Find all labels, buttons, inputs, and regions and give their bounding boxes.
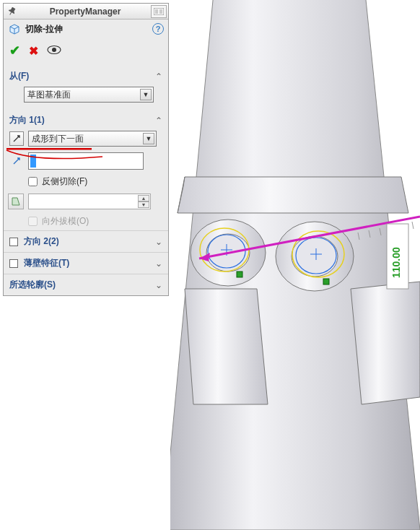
section-dir2-header[interactable]: 方向 2(2) ⌄ [4, 230, 168, 252]
flip-side-checkbox-row: 反侧切除(F) [4, 173, 168, 191]
dir1-vector-row [4, 149, 168, 173]
dir2-checkbox[interactable] [9, 238, 18, 246]
preview-toggle[interactable] [47, 45, 61, 57]
svg-point-4 [52, 48, 56, 52]
svg-rect-2 [159, 9, 162, 14]
svg-rect-22 [323, 279, 329, 284]
section-thin-label: 薄壁特征(T) [24, 257, 69, 269]
section-from-header[interactable]: 从(F) ⌃ [4, 66, 168, 84]
end-condition-value: 成形到下一面 [32, 133, 84, 145]
property-manager-panel: PropertyManager 切除-拉伸 ? ✔ ✖ 从(F) ⌃ 草图基准面… [3, 3, 169, 296]
model-preview: 110.00 [170, 0, 420, 530]
pm-header: PropertyManager [4, 4, 168, 19]
draft-outward-label: 向外拔模(O) [42, 215, 89, 227]
flip-side-checkbox[interactable] [28, 177, 38, 186]
section-contours-label: 所选轮廓(S) [9, 279, 56, 291]
chevron-down-icon: ⌄ [155, 280, 162, 290]
graphics-viewport[interactable]: 110.00 [170, 0, 420, 530]
text-caret [30, 155, 36, 168]
section-dir1-label: 方向 1(1) [9, 114, 45, 126]
direction-reference-input[interactable] [28, 152, 144, 170]
draft-outward-row: 向外拔模(O) [4, 212, 168, 230]
thin-checkbox[interactable] [9, 259, 18, 268]
action-row: ✔ ✖ [4, 38, 168, 66]
dropdown-arrow-icon: ▼ [140, 89, 152, 100]
dropdown-arrow-icon: ▼ [143, 133, 154, 144]
section-contours-header[interactable]: 所选轮廓(S) ⌄ [4, 274, 168, 295]
ok-button[interactable]: ✔ [9, 43, 20, 58]
help-icon[interactable]: ? [152, 23, 164, 35]
section-from-body: 草图基准面 ▼ [4, 84, 168, 110]
pm-title: PropertyManager [19, 6, 151, 17]
svg-rect-21 [237, 271, 242, 277]
draft-stepper[interactable]: ▲ ▼ [138, 195, 149, 208]
from-dropdown[interactable]: 草图基准面 ▼ [24, 87, 154, 103]
svg-point-8 [292, 236, 338, 277]
draft-row: ▲ ▼ [4, 191, 168, 212]
draft-angle-input[interactable]: ▲ ▼ [28, 194, 151, 209]
chevron-down-icon: ⌄ [155, 259, 162, 269]
reverse-direction-button[interactable] [9, 131, 24, 146]
direction-vector-icon [9, 156, 24, 166]
dir1-endcondition-row: 成形到下一面 ▼ [4, 128, 168, 149]
end-condition-dropdown[interactable]: 成形到下一面 ▼ [28, 131, 157, 147]
chevron-up-icon: ⌃ [155, 71, 162, 82]
section-thin-header[interactable]: 薄壁特征(T) ⌄ [4, 252, 168, 274]
flip-side-label: 反侧切除(F) [42, 175, 87, 188]
draft-icon-button[interactable] [8, 194, 24, 209]
stepper-down-icon[interactable]: ▼ [138, 201, 149, 208]
stepper-up-icon[interactable]: ▲ [138, 195, 149, 201]
svg-line-20 [412, 222, 414, 229]
chevron-down-icon: ⌄ [155, 237, 162, 247]
cut-extrude-icon [8, 22, 21, 35]
draft-outward-checkbox [28, 217, 38, 226]
chevron-up-icon: ⌃ [155, 116, 162, 126]
pin-icon[interactable] [6, 5, 19, 18]
section-dir1-header[interactable]: 方向 1(1) ⌃ [4, 110, 168, 128]
feature-title-row: 切除-拉伸 ? [4, 19, 168, 38]
from-dropdown-value: 草图基准面 [27, 89, 71, 101]
svg-text:110.00: 110.00 [390, 247, 402, 278]
section-dir2-label: 方向 2(2) [24, 235, 59, 248]
feature-name: 切除-拉伸 [25, 23, 63, 35]
cancel-button[interactable]: ✖ [29, 44, 38, 58]
svg-rect-1 [155, 9, 158, 14]
panel-options-button[interactable] [151, 5, 167, 18]
section-from-label: 从(F) [9, 70, 29, 82]
